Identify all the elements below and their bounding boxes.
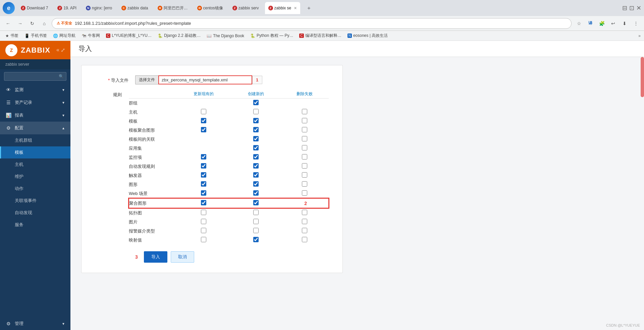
rule-delete-cell[interactable] bbox=[280, 162, 329, 171]
sidebar-item-reports[interactable]: 📊 报表 ▼ bbox=[0, 109, 70, 122]
rule-delete-cell[interactable] bbox=[280, 98, 329, 108]
download-icon[interactable]: ⬇ bbox=[620, 19, 629, 28]
bookmark-python[interactable]: 🐍Python 教程 — Py… bbox=[248, 32, 295, 39]
undo-icon[interactable]: ↩ bbox=[608, 19, 618, 28]
rule-delete-cell[interactable] bbox=[280, 180, 329, 189]
choose-file-button[interactable]: 选择文件 bbox=[135, 75, 158, 84]
rule-delete-cell[interactable] bbox=[280, 208, 329, 217]
sidebar-item-admin[interactable]: ⚙ 管理 ▼ bbox=[0, 317, 70, 330]
bookmark-django-basic[interactable]: 🐍Django 2.2 基础教… bbox=[156, 32, 203, 39]
bookmark-mobile[interactable]: 📱手机书签 bbox=[22, 32, 49, 39]
rule-create-checkbox[interactable] bbox=[253, 118, 259, 123]
rule-delete-cell[interactable] bbox=[280, 217, 329, 226]
rule-create-cell[interactable] bbox=[231, 117, 280, 126]
window-close-button[interactable]: ✕ bbox=[636, 4, 641, 12]
sidebar-item-config[interactable]: ⚙ 配置 ▲ bbox=[0, 122, 70, 134]
rule-update-checkbox[interactable] bbox=[201, 219, 206, 224]
new-tab-button[interactable]: ＋ bbox=[303, 3, 315, 14]
rule-create-cell[interactable] bbox=[231, 208, 280, 217]
rule-delete-checkbox[interactable] bbox=[302, 228, 307, 233]
sidebar-item-host-groups[interactable]: 主机群组 bbox=[0, 134, 70, 146]
rule-create-cell[interactable] bbox=[231, 171, 280, 180]
sidebar-item-services[interactable]: 服务 bbox=[0, 219, 70, 231]
rule-create-checkbox[interactable] bbox=[253, 163, 259, 169]
sidebar-item-monitor[interactable]: 👁 监测 ▼ bbox=[0, 83, 70, 96]
back-button[interactable]: ← bbox=[3, 19, 13, 28]
rule-create-cell[interactable] bbox=[231, 226, 280, 236]
rule-delete-cell[interactable] bbox=[280, 153, 329, 162]
rule-create-cell[interactable] bbox=[231, 180, 280, 189]
tab-alibaba[interactable]: ⊖ 阿里巴巴开… bbox=[154, 2, 191, 14]
rule-delete-checkbox[interactable] bbox=[302, 109, 307, 114]
tab-zabbix-serv2[interactable]: Z zabbix se ✕ bbox=[265, 2, 301, 14]
rule-update-checkbox[interactable] bbox=[201, 109, 206, 114]
rule-create-checkbox[interactable] bbox=[253, 228, 259, 233]
rule-create-cell[interactable] bbox=[231, 135, 280, 144]
rule-delete-cell[interactable] bbox=[280, 226, 329, 236]
rule-create-checkbox[interactable] bbox=[253, 190, 259, 196]
refresh-button[interactable]: ↻ bbox=[28, 19, 37, 28]
rule-create-checkbox[interactable] bbox=[253, 219, 259, 224]
bookmark-compiler[interactable]: C编译型语言和解释… bbox=[297, 32, 343, 39]
rule-delete-cell[interactable] bbox=[280, 126, 329, 135]
tab-nginx[interactable]: N nginx: [erro bbox=[83, 2, 115, 14]
rule-create-checkbox[interactable] bbox=[253, 109, 259, 114]
sidebar-item-hosts[interactable]: 主机 bbox=[0, 158, 70, 171]
rule-delete-checkbox[interactable] bbox=[302, 190, 307, 196]
forward-button[interactable]: → bbox=[15, 19, 25, 28]
translate-icon[interactable]: 译 bbox=[586, 19, 595, 28]
rule-create-checkbox[interactable] bbox=[253, 100, 259, 105]
sidebar-item-templates[interactable]: 模板 bbox=[0, 146, 70, 158]
tab-centos[interactable]: ⊖ centos镜像 bbox=[194, 2, 226, 14]
rule-update-cell[interactable] bbox=[176, 108, 231, 117]
bookmark-django-book[interactable]: 📖The Django Book bbox=[205, 33, 246, 39]
rule-update-cell[interactable] bbox=[176, 208, 231, 217]
home-button[interactable]: ⌂ bbox=[40, 19, 49, 28]
tab-close-icon[interactable]: ✕ bbox=[294, 6, 297, 10]
sidebar-item-actions[interactable]: 动作 bbox=[0, 183, 70, 195]
rule-delete-cell[interactable] bbox=[280, 135, 329, 144]
rule-update-checkbox[interactable] bbox=[201, 172, 206, 178]
rule-create-cell[interactable] bbox=[231, 108, 280, 117]
rule-delete-checkbox[interactable] bbox=[302, 172, 307, 178]
rule-update-checkbox[interactable] bbox=[201, 163, 206, 169]
scrollbar-thumb[interactable] bbox=[641, 57, 644, 97]
rule-delete-checkbox[interactable] bbox=[302, 154, 307, 159]
rule-create-cell[interactable] bbox=[231, 153, 280, 162]
tab-zabbix-data[interactable]: C zabbix data bbox=[118, 2, 151, 14]
rule-delete-cell[interactable] bbox=[280, 171, 329, 180]
rule-update-checkbox[interactable] bbox=[201, 237, 206, 242]
rule-update-cell[interactable] bbox=[176, 135, 231, 144]
bookmark-lyue[interactable]: CL*YUE的博客_L*YU… bbox=[104, 32, 154, 39]
rule-delete-cell[interactable] bbox=[280, 144, 329, 153]
rule-update-cell[interactable] bbox=[176, 217, 231, 226]
rule-create-cell[interactable] bbox=[231, 162, 280, 171]
rule-create-checkbox[interactable] bbox=[253, 127, 259, 132]
window-min-button[interactable]: ⊟ bbox=[622, 4, 627, 12]
rule-delete-checkbox[interactable] bbox=[302, 136, 307, 141]
rule-update-checkbox[interactable] bbox=[201, 154, 206, 159]
sidebar-item-maintenance[interactable]: 维护 bbox=[0, 171, 70, 183]
bookmark-nav[interactable]: 🌐网址导航 bbox=[51, 32, 77, 39]
rule-delete-checkbox[interactable] bbox=[302, 118, 307, 123]
rule-update-cell[interactable] bbox=[176, 189, 231, 198]
rule-create-checkbox[interactable] bbox=[253, 172, 259, 178]
rule-update-checkbox[interactable] bbox=[201, 181, 206, 187]
rule-delete-cell[interactable] bbox=[280, 189, 329, 198]
menu-icon[interactable]: ⋮ bbox=[631, 19, 641, 28]
rule-delete-checkbox[interactable] bbox=[302, 163, 307, 169]
rule-create-checkbox[interactable] bbox=[253, 145, 259, 150]
rule-update-cell[interactable] bbox=[176, 98, 231, 108]
rule-delete-checkbox[interactable] bbox=[302, 210, 307, 215]
rule-update-checkbox[interactable] bbox=[201, 200, 206, 205]
rule-create-cell[interactable] bbox=[231, 126, 280, 135]
sidebar-item-assets[interactable]: ☰ 资产记录 ▼ bbox=[0, 96, 70, 109]
rule-create-checkbox[interactable] bbox=[253, 154, 259, 159]
rule-delete-cell[interactable] bbox=[280, 117, 329, 126]
rule-create-checkbox[interactable] bbox=[253, 210, 259, 215]
tab-19api[interactable]: Z 19. API bbox=[54, 2, 80, 14]
rule-update-cell[interactable] bbox=[176, 144, 231, 153]
rule-create-cell[interactable] bbox=[231, 144, 280, 153]
rule-delete-cell[interactable]: 2 bbox=[280, 198, 329, 208]
rule-update-cell[interactable] bbox=[176, 171, 231, 180]
